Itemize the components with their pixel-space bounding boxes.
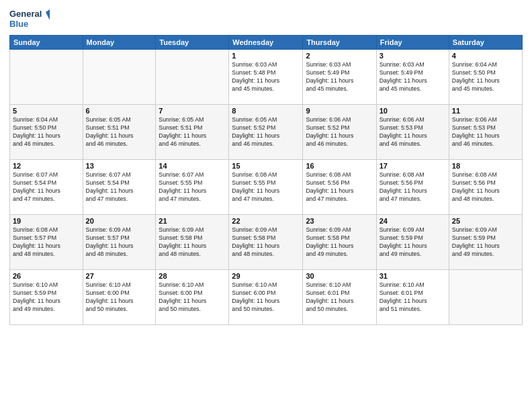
weekday-header-thursday: Thursday: [303, 36, 376, 50]
weekday-header-saturday: Saturday: [449, 36, 522, 50]
day-number: 21: [159, 217, 226, 225]
day-number: 31: [380, 272, 446, 280]
day-info: Sunrise: 6:08 AM Sunset: 5:55 PM Dayligh…: [232, 171, 300, 203]
calendar-cell: [83, 50, 156, 105]
calendar-week-3: 12Sunrise: 6:07 AM Sunset: 5:54 PM Dayli…: [10, 160, 523, 215]
day-number: 27: [86, 272, 153, 280]
day-number: 10: [380, 107, 446, 115]
day-info: Sunrise: 6:05 AM Sunset: 5:51 PM Dayligh…: [86, 116, 153, 148]
day-info: Sunrise: 6:05 AM Sunset: 5:52 PM Dayligh…: [232, 116, 300, 148]
svg-text:General: General: [9, 9, 42, 19]
calendar-cell: 14Sunrise: 6:07 AM Sunset: 5:55 PM Dayli…: [156, 160, 229, 215]
calendar-cell: 3Sunrise: 6:03 AM Sunset: 5:49 PM Daylig…: [376, 50, 449, 105]
calendar-cell: 13Sunrise: 6:07 AM Sunset: 5:54 PM Dayli…: [83, 160, 156, 215]
day-info: Sunrise: 6:09 AM Sunset: 5:59 PM Dayligh…: [452, 226, 519, 259]
calendar-cell: 24Sunrise: 6:09 AM Sunset: 5:59 PM Dayli…: [376, 215, 449, 270]
svg-marker-2: [46, 9, 50, 20]
day-info: Sunrise: 6:09 AM Sunset: 5:59 PM Dayligh…: [380, 226, 446, 259]
weekday-header-friday: Friday: [376, 36, 449, 50]
calendar-cell: 28Sunrise: 6:10 AM Sunset: 6:00 PM Dayli…: [156, 270, 229, 325]
day-info: Sunrise: 6:09 AM Sunset: 5:57 PM Dayligh…: [86, 226, 153, 259]
calendar-cell: 16Sunrise: 6:08 AM Sunset: 5:56 PM Dayli…: [303, 160, 376, 215]
day-number: 23: [306, 217, 373, 225]
day-info: Sunrise: 6:03 AM Sunset: 5:49 PM Dayligh…: [380, 61, 446, 93]
svg-text:Blue: Blue: [9, 19, 28, 29]
day-info: Sunrise: 6:04 AM Sunset: 5:50 PM Dayligh…: [452, 61, 519, 93]
day-info: Sunrise: 6:10 AM Sunset: 6:00 PM Dayligh…: [86, 281, 153, 314]
calendar-cell: 6Sunrise: 6:05 AM Sunset: 5:51 PM Daylig…: [83, 105, 156, 160]
day-info: Sunrise: 6:09 AM Sunset: 5:58 PM Dayligh…: [159, 226, 226, 259]
calendar-week-1: 1Sunrise: 6:03 AM Sunset: 5:48 PM Daylig…: [10, 50, 523, 105]
day-number: 17: [380, 162, 446, 170]
day-info: Sunrise: 6:10 AM Sunset: 6:01 PM Dayligh…: [380, 281, 446, 314]
day-number: 24: [380, 217, 446, 225]
calendar-cell: [156, 50, 229, 105]
calendar-cell: [10, 50, 83, 105]
calendar-cell: 17Sunrise: 6:08 AM Sunset: 5:56 PM Dayli…: [376, 160, 449, 215]
day-info: Sunrise: 6:10 AM Sunset: 6:00 PM Dayligh…: [232, 281, 300, 314]
calendar-cell: 20Sunrise: 6:09 AM Sunset: 5:57 PM Dayli…: [83, 215, 156, 270]
day-number: 11: [452, 107, 519, 115]
day-info: Sunrise: 6:09 AM Sunset: 5:58 PM Dayligh…: [232, 226, 300, 259]
day-number: 29: [232, 272, 300, 280]
calendar-cell: 22Sunrise: 6:09 AM Sunset: 5:58 PM Dayli…: [229, 215, 303, 270]
day-number: 1: [232, 52, 300, 60]
calendar-cell: 9Sunrise: 6:06 AM Sunset: 5:52 PM Daylig…: [303, 105, 376, 160]
calendar-cell: 31Sunrise: 6:10 AM Sunset: 6:01 PM Dayli…: [376, 270, 449, 325]
calendar-cell: 15Sunrise: 6:08 AM Sunset: 5:55 PM Dayli…: [229, 160, 303, 215]
calendar-cell: 8Sunrise: 6:05 AM Sunset: 5:52 PM Daylig…: [229, 105, 303, 160]
calendar-week-4: 19Sunrise: 6:08 AM Sunset: 5:57 PM Dayli…: [10, 215, 523, 270]
day-number: 16: [306, 162, 373, 170]
logo: General Blue: [9, 7, 50, 31]
calendar-cell: 11Sunrise: 6:06 AM Sunset: 5:53 PM Dayli…: [449, 105, 522, 160]
day-info: Sunrise: 6:08 AM Sunset: 5:56 PM Dayligh…: [452, 171, 519, 203]
calendar-cell: 2Sunrise: 6:03 AM Sunset: 5:49 PM Daylig…: [303, 50, 376, 105]
day-number: 30: [306, 272, 373, 280]
calendar-cell: 21Sunrise: 6:09 AM Sunset: 5:58 PM Dayli…: [156, 215, 229, 270]
day-info: Sunrise: 6:07 AM Sunset: 5:54 PM Dayligh…: [13, 171, 80, 203]
day-info: Sunrise: 6:07 AM Sunset: 5:55 PM Dayligh…: [159, 171, 226, 203]
day-number: 28: [159, 272, 226, 280]
day-info: Sunrise: 6:06 AM Sunset: 5:53 PM Dayligh…: [452, 116, 519, 148]
calendar-cell: 19Sunrise: 6:08 AM Sunset: 5:57 PM Dayli…: [10, 215, 83, 270]
calendar-cell: 12Sunrise: 6:07 AM Sunset: 5:54 PM Dayli…: [10, 160, 83, 215]
calendar-cell: 26Sunrise: 6:10 AM Sunset: 5:59 PM Dayli…: [10, 270, 83, 325]
day-info: Sunrise: 6:10 AM Sunset: 6:00 PM Dayligh…: [159, 281, 226, 314]
calendar-cell: 18Sunrise: 6:08 AM Sunset: 5:56 PM Dayli…: [449, 160, 522, 215]
day-number: 20: [86, 217, 153, 225]
day-number: 7: [159, 107, 226, 115]
weekday-header-monday: Monday: [83, 36, 156, 50]
day-number: 15: [232, 162, 300, 170]
day-info: Sunrise: 6:10 AM Sunset: 5:59 PM Dayligh…: [13, 281, 80, 314]
calendar-cell: 27Sunrise: 6:10 AM Sunset: 6:00 PM Dayli…: [83, 270, 156, 325]
calendar-cell: 1Sunrise: 6:03 AM Sunset: 5:48 PM Daylig…: [229, 50, 303, 105]
calendar-week-2: 5Sunrise: 6:04 AM Sunset: 5:50 PM Daylig…: [10, 105, 523, 160]
calendar-cell: 4Sunrise: 6:04 AM Sunset: 5:50 PM Daylig…: [449, 50, 522, 105]
calendar-cell: 25Sunrise: 6:09 AM Sunset: 5:59 PM Dayli…: [449, 215, 522, 270]
day-info: Sunrise: 6:03 AM Sunset: 5:49 PM Dayligh…: [306, 61, 373, 93]
day-number: 25: [452, 217, 519, 225]
calendar-cell: [449, 270, 522, 325]
weekday-header-tuesday: Tuesday: [156, 36, 229, 50]
calendar-cell: 5Sunrise: 6:04 AM Sunset: 5:50 PM Daylig…: [10, 105, 83, 160]
day-number: 13: [86, 162, 153, 170]
day-number: 22: [232, 217, 300, 225]
day-number: 18: [452, 162, 519, 170]
logo-svg: General Blue: [9, 7, 50, 31]
calendar-table: SundayMondayTuesdayWednesdayThursdayFrid…: [9, 35, 523, 325]
day-info: Sunrise: 6:06 AM Sunset: 5:52 PM Dayligh…: [306, 116, 373, 148]
day-number: 19: [13, 217, 80, 225]
day-number: 9: [306, 107, 373, 115]
day-info: Sunrise: 6:05 AM Sunset: 5:51 PM Dayligh…: [159, 116, 226, 148]
day-number: 8: [232, 107, 300, 115]
day-info: Sunrise: 6:08 AM Sunset: 5:56 PM Dayligh…: [306, 171, 373, 203]
day-info: Sunrise: 6:04 AM Sunset: 5:50 PM Dayligh…: [13, 116, 80, 148]
calendar-cell: 7Sunrise: 6:05 AM Sunset: 5:51 PM Daylig…: [156, 105, 229, 160]
day-info: Sunrise: 6:03 AM Sunset: 5:48 PM Dayligh…: [232, 61, 300, 93]
page-header: General Blue: [9, 7, 523, 31]
day-number: 2: [306, 52, 373, 60]
day-info: Sunrise: 6:06 AM Sunset: 5:53 PM Dayligh…: [380, 116, 446, 148]
day-info: Sunrise: 6:09 AM Sunset: 5:58 PM Dayligh…: [306, 226, 373, 259]
day-number: 4: [452, 52, 519, 60]
day-info: Sunrise: 6:08 AM Sunset: 5:57 PM Dayligh…: [13, 226, 80, 259]
